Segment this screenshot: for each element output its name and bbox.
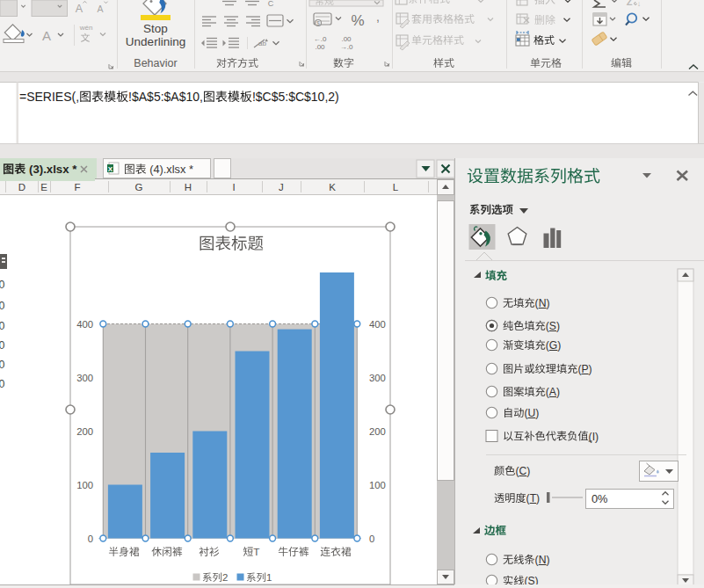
svg-text:100: 100 — [76, 480, 93, 490]
svg-text:(I): (I) — [589, 431, 599, 443]
svg-text:400: 400 — [369, 319, 386, 330]
svg-text:H: H — [185, 182, 192, 192]
svg-text:=SERIES(,: =SERIES(, — [19, 90, 79, 104]
svg-text:1: 1 — [266, 572, 272, 583]
svg-text:E: E — [40, 182, 47, 192]
svg-text:200: 200 — [76, 426, 93, 437]
svg-text:0: 0 — [0, 339, 5, 352]
svg-text:0: 0 — [0, 359, 5, 371]
svg-text:(P): (P) — [577, 363, 592, 375]
svg-text:.00: .00 — [341, 35, 352, 43]
svg-text:300: 300 — [76, 373, 93, 383]
svg-text:(G): (G) — [546, 339, 562, 352]
svg-text:K: K — [329, 182, 336, 192]
svg-text:A: A — [42, 28, 51, 43]
svg-text:0: 0 — [0, 320, 5, 332]
svg-text:%: % — [351, 12, 364, 29]
svg-text:Behavior: Behavior — [134, 57, 177, 69]
svg-text:200: 200 — [369, 426, 386, 437]
svg-text:X: X — [108, 165, 113, 173]
svg-text:!$C$5:$C$10,2): !$C$5:$C$10,2) — [252, 90, 339, 104]
svg-text:T: T — [253, 546, 259, 558]
svg-text:Underlining: Underlining — [126, 35, 185, 48]
svg-text:C: C — [268, 0, 274, 8]
svg-text:0: 0 — [0, 300, 5, 312]
svg-text:F: F — [74, 182, 80, 192]
svg-text:(4).xlsx *: (4).xlsx * — [147, 163, 193, 176]
svg-text:0: 0 — [0, 378, 5, 390]
svg-text:(N): (N) — [535, 554, 550, 566]
svg-text:A: A — [98, 4, 104, 14]
svg-text:300: 300 — [369, 373, 386, 383]
svg-text:wén: wén — [79, 24, 93, 32]
svg-text:(A): (A) — [546, 386, 560, 398]
svg-text:0: 0 — [369, 534, 374, 544]
svg-text:(3).xlsx *: (3).xlsx * — [25, 163, 77, 176]
svg-text:←.0: ←.0 — [314, 35, 327, 43]
svg-text:(T): (T) — [526, 492, 541, 505]
svg-text:J: J — [279, 182, 284, 192]
svg-text:(N): (N) — [535, 297, 550, 309]
svg-text:0: 0 — [88, 534, 93, 544]
svg-text:0: 0 — [0, 279, 5, 291]
svg-text:↓: ↓ — [637, 0, 642, 8]
svg-text:Z: Z — [627, 0, 633, 7]
svg-text:400: 400 — [76, 319, 93, 330]
svg-text:.00: .00 — [315, 43, 325, 51]
svg-text:!$A$5:$A$10,: !$A$5:$A$10, — [128, 90, 203, 104]
svg-text:2: 2 — [222, 572, 228, 583]
svg-text:(U): (U) — [524, 407, 539, 419]
svg-text:,: , — [376, 10, 380, 24]
svg-text:→.0: →.0 — [340, 43, 353, 51]
svg-text:0%: 0% — [592, 492, 608, 505]
svg-text:A: A — [76, 3, 83, 15]
svg-text:100: 100 — [369, 480, 386, 490]
svg-text:L: L — [393, 182, 399, 192]
svg-text:G: G — [135, 182, 143, 192]
svg-text:I: I — [232, 182, 235, 192]
svg-text:Stop: Stop — [143, 22, 168, 35]
svg-text:D: D — [18, 182, 25, 192]
svg-text:$: $ — [316, 20, 320, 26]
svg-text:(S): (S) — [546, 320, 560, 332]
svg-text:(C): (C) — [515, 465, 530, 477]
